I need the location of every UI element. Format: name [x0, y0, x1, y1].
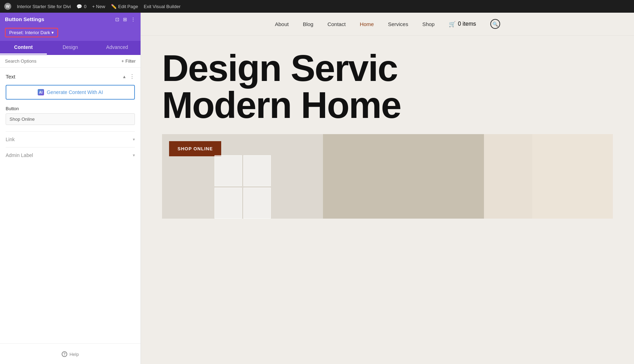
comment-icon: 💬 — [76, 4, 82, 9]
panel-header: Button Settings ⊡ ⊞ ⋮ — [0, 13, 141, 26]
link-section-header[interactable]: Link ▾ — [6, 137, 135, 142]
ai-generate-label: Generate Content With AI — [47, 89, 103, 95]
site-title-item[interactable]: Interior Starter Site for Divi — [17, 4, 71, 9]
search-nav-icon[interactable]: 🔍 — [490, 19, 500, 29]
tab-advanced[interactable]: Advanced — [94, 41, 141, 55]
image-block-2 — [323, 134, 484, 219]
wp-icon: W — [4, 3, 11, 10]
ai-generate-button[interactable]: AI Generate Content With AI — [6, 85, 135, 100]
nav-home[interactable]: Home — [360, 21, 374, 27]
more-options-icon[interactable]: ⋮ — [131, 17, 136, 22]
image-block-1: SHOP ONLINE — [162, 134, 323, 219]
preset-label: Preset: Interior Dark ▾ — [9, 30, 54, 35]
tab-design[interactable]: Design — [47, 41, 94, 55]
section-controls: ▲ ⋮ — [122, 73, 135, 80]
hero-headline: Design Servic Modern Home — [162, 50, 613, 124]
admin-label-chevron-icon: ▾ — [133, 153, 135, 158]
preset-bar: Preset: Interior Dark ▾ — [0, 26, 141, 41]
hero-section: Design Servic Modern Home SHOP ONLINE — [141, 36, 634, 364]
panel-title: Button Settings — [5, 16, 44, 22]
help-button[interactable]: ? Help — [62, 351, 79, 357]
edit-page-label: Edit Page — [118, 4, 138, 9]
image-block-3 — [484, 134, 532, 219]
new-item[interactable]: + New — [92, 4, 105, 9]
nav-cart[interactable]: 🛒 0 items — [449, 21, 476, 27]
preview-area: About Blog Contact Home Services Shop 🛒 … — [141, 13, 634, 364]
search-bar: + Filter — [0, 55, 141, 68]
exit-builder-label: Exit Visual Builder — [144, 4, 181, 9]
text-section: Text ▲ ⋮ AI Generate Content With AI But… — [6, 73, 135, 125]
wp-logo-item[interactable]: W — [4, 3, 11, 10]
comment-count: 0 — [84, 4, 86, 9]
section-more-icon[interactable]: ⋮ — [129, 73, 135, 80]
comments-item[interactable]: 💬 0 — [76, 4, 86, 9]
site-title: Interior Starter Site for Divi — [17, 4, 71, 9]
admin-bar: W Interior Starter Site for Divi 💬 0 + N… — [0, 0, 634, 13]
nav-shop[interactable]: Shop — [422, 21, 435, 27]
window-pane-4 — [243, 188, 271, 219]
text-section-title: Text — [6, 74, 15, 80]
collapse-icon[interactable]: ▲ — [122, 74, 126, 79]
filter-plus-icon: + — [122, 58, 124, 64]
help-section: ? Help — [0, 343, 141, 364]
new-label: + New — [92, 4, 105, 9]
pencil-icon: ✏️ — [111, 4, 117, 9]
hero-line-1: Design Servic — [162, 50, 613, 87]
button-text-input[interactable] — [6, 113, 135, 125]
search-input[interactable] — [5, 58, 119, 64]
admin-label-section: Admin Label ▾ — [6, 147, 135, 163]
tab-content[interactable]: Content — [0, 41, 47, 55]
image-block-4 — [532, 134, 613, 219]
help-label: Help — [69, 352, 79, 357]
button-field-label: Button — [6, 106, 135, 111]
edit-page-item[interactable]: ✏️ Edit Page — [111, 4, 138, 9]
nav-blog[interactable]: Blog — [303, 21, 313, 27]
nav-services[interactable]: Services — [388, 21, 408, 27]
panel-tabs: Content Design Advanced — [0, 41, 141, 55]
split-icon[interactable]: ⊞ — [123, 17, 127, 22]
nav-contact[interactable]: Contact — [328, 21, 346, 27]
filter-button[interactable]: + Filter — [122, 58, 136, 64]
button-field-group: Button — [6, 106, 135, 125]
exit-builder-item[interactable]: Exit Visual Builder — [144, 4, 181, 9]
panel-header-icons: ⊡ ⊞ ⋮ — [115, 17, 136, 22]
help-icon: ? — [62, 351, 67, 357]
hero-line-2: Modern Home — [162, 87, 613, 124]
admin-label-section-header[interactable]: Admin Label ▾ — [6, 152, 135, 158]
nav-about[interactable]: About — [275, 21, 288, 27]
link-chevron-icon: ▾ — [133, 137, 135, 142]
link-section: Link ▾ — [6, 131, 135, 147]
preset-badge[interactable]: Preset: Interior Dark ▾ — [5, 28, 58, 37]
shop-online-preview-button[interactable]: SHOP ONLINE — [169, 141, 221, 156]
admin-label-section-title: Admin Label — [6, 152, 33, 158]
responsive-icon[interactable]: ⊡ — [115, 17, 119, 22]
image-strip: SHOP ONLINE — [162, 134, 613, 219]
site-nav: About Blog Contact Home Services Shop 🛒 … — [141, 13, 634, 36]
window-graphic — [215, 155, 271, 219]
window-pane-2 — [243, 155, 271, 186]
filter-label: Filter — [125, 58, 136, 64]
panel-content: Text ▲ ⋮ AI Generate Content With AI But… — [0, 68, 141, 343]
section-header: Text ▲ ⋮ — [6, 73, 135, 80]
cart-icon: 🛒 — [449, 21, 456, 27]
window-pane-1 — [215, 155, 242, 186]
main-layout: Button Settings ⊡ ⊞ ⋮ Preset: Interior D… — [0, 13, 634, 364]
ai-icon: AI — [38, 89, 44, 95]
left-panel: Button Settings ⊡ ⊞ ⋮ Preset: Interior D… — [0, 13, 141, 364]
cart-count: 0 items — [458, 21, 476, 27]
window-pane-3 — [215, 188, 242, 219]
link-section-title: Link — [6, 137, 15, 142]
